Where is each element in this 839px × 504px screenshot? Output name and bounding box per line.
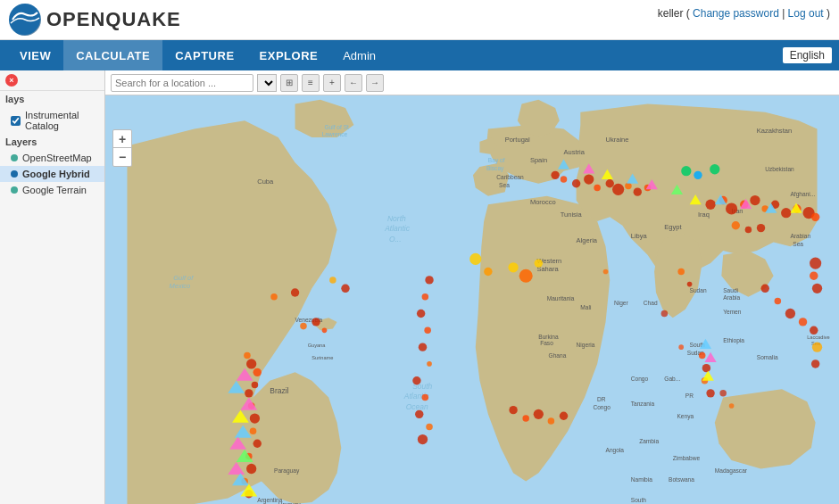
nav-view[interactable]: VIEW	[7, 40, 63, 70]
zoom-in-button[interactable]: +	[113, 130, 131, 148]
svg-point-110	[634, 187, 642, 195]
nav-calculate[interactable]: CALCULATE	[63, 40, 162, 70]
openstreetmap-label: OpenStreetMap	[22, 153, 92, 163]
search-input[interactable]	[111, 74, 253, 92]
svg-point-137	[812, 342, 822, 351]
svg-point-77	[250, 413, 260, 423]
sidebar-close-bar: ×	[0, 70, 104, 91]
svg-point-104	[572, 179, 580, 187]
sidebar-close-button[interactable]: ×	[5, 74, 18, 87]
sidebar-item-openstreetmap[interactable]: OpenStreetMap	[0, 150, 104, 166]
svg-point-105	[584, 174, 594, 184]
svg-point-94	[424, 327, 431, 335]
svg-point-136	[810, 326, 818, 335]
svg-point-112	[705, 200, 715, 210]
logo-text: OPENQUAKE	[46, 8, 181, 31]
openstreetmap-dot	[11, 154, 18, 161]
svg-text:Portugal: Portugal	[505, 136, 530, 144]
svg-text:Arabia: Arabia	[723, 294, 740, 301]
svg-point-87	[253, 368, 262, 376]
svg-text:Ethiopia: Ethiopia	[723, 337, 744, 344]
svg-point-173	[484, 268, 492, 276]
close-paren: )	[827, 7, 830, 20]
svg-text:Cuba: Cuba	[257, 178, 274, 186]
svg-text:Kenya: Kenya	[677, 413, 694, 420]
svg-text:Suriname: Suriname	[312, 355, 333, 360]
layers-btn[interactable]: ≡	[302, 74, 320, 92]
nav-explore[interactable]: EXPLORE	[247, 40, 331, 70]
svg-text:Botswana: Botswana	[669, 476, 694, 483]
change-password-link[interactable]: Change password	[693, 7, 779, 20]
sidebar-layers-label: lays	[0, 91, 104, 107]
arrow-right-btn[interactable]: →	[366, 74, 384, 92]
svg-point-171	[341, 285, 349, 293]
svg-point-98	[422, 394, 429, 401]
google-terrain-dot	[11, 186, 18, 194]
svg-point-122	[811, 213, 819, 221]
svg-point-86	[322, 328, 328, 334]
svg-text:Biscay: Biscay	[486, 165, 504, 172]
svg-point-95	[419, 343, 427, 351]
svg-point-123	[732, 221, 740, 229]
svg-point-125	[757, 224, 765, 232]
user-info: keller ( Change password | Log out )	[658, 7, 830, 20]
svg-point-178	[694, 171, 702, 179]
sidebar-item-google-hybrid[interactable]: Google Hybrid	[0, 166, 104, 182]
svg-point-89	[246, 359, 256, 368]
sidebar-item-instrumental-catalog[interactable]: Instrumental Catalog	[0, 107, 104, 134]
svg-point-97	[412, 376, 420, 384]
svg-point-107	[606, 179, 614, 187]
logout-link[interactable]: Log out	[788, 7, 824, 20]
svg-text:Congo: Congo	[593, 404, 611, 411]
world-map-svg: South Atlantic Ocean North Atlantic O...…	[105, 95, 839, 504]
svg-point-79	[253, 440, 262, 448]
language-selector[interactable]: English	[783, 47, 832, 63]
svg-point-100	[426, 424, 433, 431]
svg-point-174	[508, 262, 518, 272]
svg-text:Gulf of: Gulf of	[173, 274, 194, 282]
svg-text:Zambia: Zambia	[639, 438, 659, 444]
svg-point-166	[548, 417, 555, 425]
zoom-controls: + −	[112, 129, 132, 167]
svg-text:Niger: Niger	[614, 300, 629, 307]
svg-text:Egypt: Egypt	[664, 223, 682, 231]
svg-point-176	[535, 259, 543, 267]
svg-point-78	[250, 427, 257, 434]
svg-text:DR: DR	[597, 396, 606, 402]
arrow-left-btn[interactable]: ←	[345, 74, 362, 92]
map-canvas[interactable]: South Atlantic Ocean North Atlantic O...…	[105, 95, 839, 504]
svg-point-114	[726, 202, 737, 214]
svg-point-127	[687, 282, 693, 287]
nav-capture[interactable]: CAPTURE	[162, 40, 246, 70]
svg-text:Algeria: Algeria	[577, 236, 598, 244]
svg-point-103	[561, 176, 568, 183]
svg-text:Sea: Sea	[499, 182, 510, 188]
svg-point-164	[522, 415, 529, 422]
svg-text:Gab...: Gab...	[664, 376, 680, 382]
svg-text:Gulf of St: Gulf of St	[324, 124, 349, 130]
navbar: VIEW CALCULATE CAPTURE EXPLORE Admin Eng…	[0, 40, 839, 70]
svg-text:Morocco: Morocco	[530, 198, 556, 206]
svg-text:Burkina: Burkina	[538, 334, 559, 340]
svg-point-91	[425, 276, 433, 284]
sidebar-item-google-terrain[interactable]: Google Terrain	[0, 182, 104, 198]
svg-text:Sudan: Sudan	[690, 287, 707, 293]
search-type-select[interactable]	[257, 74, 277, 92]
svg-text:Guyana: Guyana	[308, 343, 327, 348]
svg-text:Madagascar: Madagascar	[715, 467, 748, 475]
svg-text:Sea: Sea	[793, 241, 803, 247]
svg-text:Caribbean: Caribbean	[496, 174, 524, 180]
grid-btn[interactable]: ⊞	[280, 74, 298, 92]
svg-point-182	[812, 284, 822, 293]
svg-point-92	[422, 293, 429, 301]
instrumental-catalog-checkbox[interactable]	[11, 116, 21, 126]
plus-btn[interactable]: +	[323, 74, 341, 92]
svg-text:O...: O...	[389, 235, 402, 244]
svg-text:Mali: Mali	[580, 304, 592, 310]
svg-point-135	[799, 318, 807, 326]
zoom-out-button[interactable]: −	[113, 148, 131, 166]
svg-point-183	[603, 269, 609, 275]
map-area[interactable]: ⊞ ≡ + ← →	[105, 70, 839, 504]
admin-label: Admin	[330, 40, 388, 70]
google-hybrid-label: Google Hybrid	[22, 169, 90, 179]
